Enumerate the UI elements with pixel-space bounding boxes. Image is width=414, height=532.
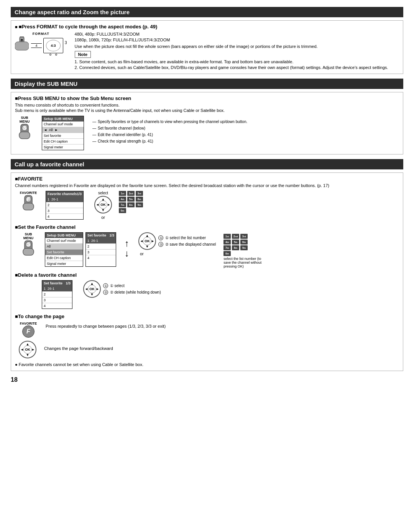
menu-item-channel-surf: Channel surf mode (42, 122, 84, 127)
note-list: 1. Some content, such as film-based movi… (75, 59, 399, 70)
select-label: select (98, 191, 108, 195)
step2-label: ② ② save the displayed channel (158, 242, 216, 247)
svg-text:S: S (27, 241, 31, 247)
ok-button-fav: OK ▲ ▼ ◄ ► (94, 196, 112, 213)
set-fav-hand-icon: S (21, 240, 36, 260)
svg-text:S: S (23, 125, 27, 131)
section-change-aspect: Change aspect ratio and Zoom the picture… (11, 7, 403, 74)
fav-F-btn: F (22, 325, 34, 338)
set-fav-setup-menu: Setup SUB MENU Channel surf mode All Set… (45, 232, 83, 267)
bottom-note: ● Favorite channels cannot be set when u… (15, 362, 399, 367)
delete-ok-area: OK ▲ ▼ ◄ ► ① ① select ② ② delete (while … (83, 280, 161, 298)
subsection-change-page: ■To change the page (15, 314, 399, 319)
fav-row-3: 3 (46, 208, 83, 214)
change-page-fav-label: FAVORITE (20, 322, 37, 325)
desc-channel-surf: — Specify favorites or type of channels … (92, 120, 247, 124)
section-submenu: Display the SUB MENU ■Press SUB MENU to … (11, 79, 403, 154)
delete-step2: ② ② delete (while holding down) (103, 290, 161, 295)
svg-rect-1 (15, 42, 29, 50)
sub-label: SUB (21, 116, 28, 120)
step1-label: ① ① select the list number (158, 235, 216, 240)
subsection-favorite: ■FAVORITE (15, 176, 399, 182)
set-fav-menu-label: MENU (23, 236, 34, 240)
delete-fav-diagram-row: Set favorite1/3 1 26-1 2 3 4 OK ▲ ▼ ◄ ► (19, 280, 399, 309)
use-when-text: Use when the picture does not fill the w… (75, 44, 399, 49)
section-header-submenu: Display the SUB MENU (11, 79, 403, 89)
ok-button-delete-fav: OK ▲ ▼ ◄ ► (83, 280, 101, 298)
hand-pressing-icon: ⊕ (15, 36, 29, 55)
or-label-fav: or (101, 215, 105, 220)
numpad-set-fav: 1st 2nd 3rd 4th 5th 6th 7th 8th 9th 0th … (223, 234, 266, 268)
svg-rect-13 (23, 248, 34, 255)
delete-step1: ① ① select (103, 283, 161, 288)
svg-text:F: F (27, 196, 30, 202)
svg-rect-9 (23, 203, 34, 210)
numpad-note: select the list number (to save the chan… (223, 257, 266, 268)
subsection-set-fav: ■Set the Favorite channel (15, 224, 399, 230)
setup-submenu-box: Setup SUB MENU Channel surf mode ◄ All ►… (42, 116, 84, 150)
numpad-fav: 1st 2nd 3rd 4th 5th 6th 7th 8th 9th 0th (119, 191, 143, 213)
subsection-submenu-press: ■Press SUB MENU to show the Sub Menu scr… (15, 95, 399, 101)
change-page-row1: FAVORITE F Press repeatedly to change be… (19, 322, 399, 338)
change-page-row2: OK ▲ ▼ ◄ ► Changes the page forward/back… (19, 341, 399, 358)
fav-row-1: 1 26-1 (46, 197, 83, 202)
section-header-aspect: Change aspect ratio and Zoom the picture (11, 7, 403, 17)
submenu-descriptions: — Specify favorites or type of channels … (92, 120, 247, 143)
menu-item-edit-ch: Edit CH caption (42, 139, 84, 144)
fav-row-4: 4 (46, 214, 83, 219)
favorite-desc: Channel numbers registered in Favorite a… (15, 183, 399, 188)
favorite-label-small: FAVORITE (20, 191, 37, 195)
up-down-arrows: ↑ ↓ (125, 238, 129, 259)
format-label: FORMAT (33, 32, 49, 36)
subsection-delete-fav: ■Delete a favorite channel (15, 272, 399, 278)
set-fav-diagram-row: SUB MENU S Setup SUB MENU Channel surf m… (19, 232, 399, 268)
fav-row-2: 2 (46, 202, 83, 208)
format-diagram: FORMAT ⊕ 4 (15, 32, 67, 55)
desc-signal: — Check the signal strength (p. 41) (92, 139, 247, 143)
bullet-1080p: 1080p, 1080i, 720p: FULL/H-FILL/JUST/4:3… (75, 38, 170, 42)
menu-item-signal: Signal meter (42, 144, 84, 150)
section-favorite: Call up a favorite channel ■FAVORITE Cha… (11, 159, 403, 371)
section-header-favorite: Call up a favorite channel (11, 159, 403, 169)
bullet-480i: 480i, 480p: FULL/JUST/4:3/ZOOM (75, 32, 140, 36)
ok-button-page-change: OK ▲ ▼ ◄ ► (19, 341, 36, 358)
favorite-hand-icon: F (21, 195, 36, 215)
delete-fav-screen: Set favorite1/3 1 26-1 2 3 4 (42, 280, 72, 309)
svg-rect-5 (19, 132, 30, 139)
submenu-diagram-area: SUB MENU S Setup SUB MENU Channel surf m… (15, 116, 399, 150)
number-3: 3 (65, 41, 67, 45)
or-label-set-fav: or (140, 251, 144, 256)
submenu-desc: This menu consists of shortcuts to conve… (15, 103, 399, 107)
sub-menu-hand-icon: S (17, 123, 32, 143)
ok-button-set-fav: OK ▲ ▼ ◄ ► (138, 232, 156, 250)
menu-item-all: ◄ All ► (42, 127, 84, 133)
desc-edit-ch: — Edit the channel identifier (p. 41) (92, 133, 247, 137)
change-page-press-desc: Press repeatedly to change between pages… (46, 324, 166, 328)
set-fav-screens: Setup SUB MENU Channel surf mode All Set… (45, 232, 116, 267)
fav-channels-screen: Favorite channels 1/3 1 26-1 2 3 4 (46, 191, 84, 220)
submenu-avail: Sub menu is only available when the TV i… (15, 108, 399, 113)
desc-set-fav: — Set favorite channel (below) (92, 126, 247, 130)
aspect-text-area: 480i, 480p: FULL/JUST/4:3/ZOOM 1080p, 10… (75, 32, 399, 70)
page-number: 18 (11, 376, 403, 383)
changes-desc: Changes the page forward/backward (44, 346, 113, 351)
subsection-format: ■Press FORMAT to cycle through the aspec… (15, 24, 399, 30)
set-fav-sub-label: SUB (25, 232, 32, 236)
set-fav-list-screen: Set favorite1/3 1 26-1 2 3 4 (85, 232, 116, 267)
menu-label: MENU (20, 120, 30, 123)
note-label: Note (75, 51, 91, 58)
menu-item-set-fav: Set favorite (42, 133, 84, 139)
setup-submenu-title: Setup SUB MENU (42, 116, 84, 122)
aspect-label: 4:3 (51, 44, 56, 48)
favorite-diagram-row: FAVORITE F Favorite channels 1/3 1 26-1 … (19, 191, 399, 220)
svg-text:⊕: ⊕ (20, 38, 23, 42)
